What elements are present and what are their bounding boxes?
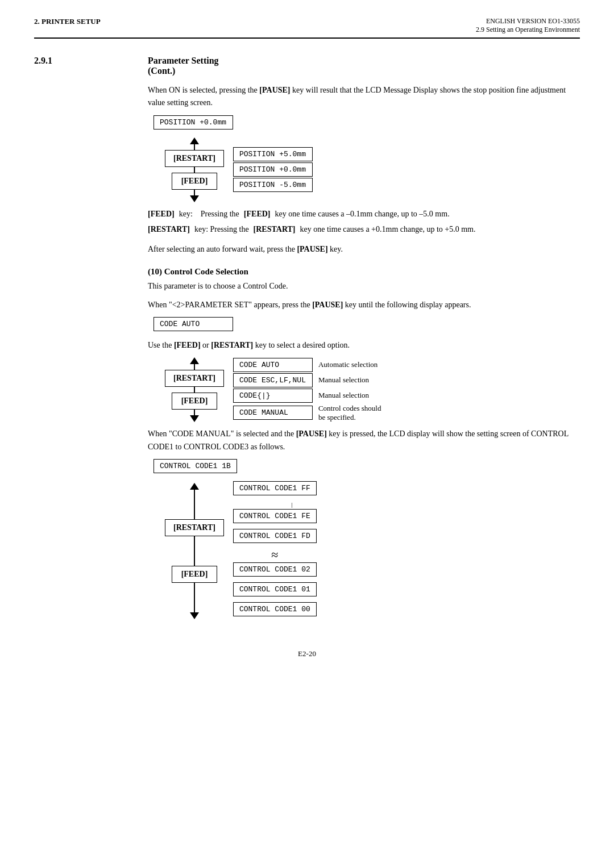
- cc1-left-controls: [RESTART] [FEED]: [165, 483, 224, 619]
- page-header: 2. PRINTER SETUP ENGLISH VERSION EO1-330…: [34, 17, 580, 39]
- feed-button-pos[interactable]: [FEED]: [172, 173, 217, 190]
- vert-line-bot: [194, 190, 195, 195]
- code-option-3: CODE MANUAL: [233, 406, 313, 420]
- code-option-row-1: CODE ESC,LF,NUL Manual selection: [233, 373, 381, 387]
- position-options: POSITION +5.0mm POSITION +0.0mm POSITION…: [233, 147, 313, 192]
- code-auto-display: CODE AUTO: [154, 317, 233, 331]
- cc1-options-col: CONTROL CODE1 FF | CONTROL CODE1 FE CONT…: [233, 481, 317, 621]
- section-heading-col: Parameter Setting (Cont.): [148, 56, 580, 76]
- header-section-title: 2. PRINTER SETUP: [34, 17, 101, 26]
- restart-button-code[interactable]: [RESTART]: [165, 370, 224, 387]
- cc1-arrow-down-icon: [190, 612, 199, 619]
- code-vert-line-top: [194, 364, 195, 370]
- cc1-option-top-0: CONTROL CODE1 FF: [233, 481, 317, 495]
- header-version: ENGLISH VERSION EO1-33055: [476, 17, 580, 26]
- header-right: ENGLISH VERSION EO1-33055 2.9 Setting an…: [476, 17, 580, 34]
- feed-button-cc1[interactable]: [FEED]: [172, 566, 217, 583]
- after-text: After selecting an auto forward wait, pr…: [148, 243, 580, 256]
- vert-line-top: [194, 144, 195, 150]
- cc1-option-bot-1: CONTROL CODE1 01: [233, 582, 317, 596]
- pos-option-0: POSITION +5.0mm: [233, 147, 313, 161]
- cc1-vert-line-top: [194, 490, 195, 519]
- cc1-option-top-1: CONTROL CODE1 FE: [233, 509, 317, 523]
- code-selection-diagram: [RESTART] [FEED] CODE AUTO Automatic sel…: [165, 357, 580, 422]
- feed-key-desc: [FEED] key: Pressing the [FEED] key one …: [148, 208, 580, 220]
- control-code1-display-area: CONTROL CODE1 1B: [154, 459, 580, 473]
- control-code1-display: CONTROL CODE1 1B: [154, 459, 237, 473]
- code-arrow-up-icon: [190, 357, 199, 364]
- page-number: E2-20: [298, 649, 316, 658]
- code-left-controls: [RESTART] [FEED]: [165, 357, 224, 422]
- code-vert-line-bot: [194, 410, 195, 415]
- page: 2. PRINTER SETUP ENGLISH VERSION EO1-330…: [0, 0, 614, 692]
- code-option-desc-2: Manual selection: [318, 391, 369, 400]
- page-footer: E2-20: [34, 649, 580, 658]
- control-code-para1: This parameter is to choose a Control Co…: [148, 280, 580, 293]
- restart-button-cc1[interactable]: [RESTART]: [165, 519, 224, 536]
- code-option-2: CODE{|}: [233, 389, 313, 403]
- manual-text: When "CODE MANUAL" is selected and the […: [148, 428, 580, 453]
- code-option-desc-0: Automatic selection: [318, 360, 377, 369]
- code-options-col: CODE AUTO Automatic selection CODE ESC,L…: [233, 358, 381, 422]
- cc1-vert-line-mid: [194, 536, 195, 566]
- arrow-down-icon: [190, 195, 199, 202]
- code-vert-line-mid: [194, 387, 195, 393]
- cc1-option-bot-2: CONTROL CODE1 00: [233, 602, 317, 616]
- feed-button-code[interactable]: [FEED]: [172, 393, 217, 410]
- position-initial-display: POSITION +0.0mm: [154, 115, 233, 130]
- pos-option-1: POSITION +0.0mm: [233, 162, 313, 177]
- code-option-row-0: CODE AUTO Automatic selection: [233, 358, 381, 372]
- cc1-vert-arrow-top: |: [267, 501, 317, 508]
- header-subsection: 2.9 Setting an Operating Environment: [476, 26, 580, 34]
- wavy-symbol: ≈: [233, 549, 317, 561]
- section-heading: Parameter Setting (Cont.): [148, 56, 580, 76]
- restart-button-pos[interactable]: [RESTART]: [165, 150, 224, 167]
- left-column: [34, 84, 148, 627]
- cc1-option-top-2: CONTROL CODE1 FD: [233, 529, 317, 543]
- code-option-0: CODE AUTO: [233, 358, 313, 372]
- code-option-row-3: CODE MANUAL Control codes shouldbe speci…: [233, 404, 381, 422]
- code-option-desc-3: Control codes shouldbe specified.: [318, 404, 381, 422]
- code-auto-display-area: CODE AUTO: [154, 317, 580, 331]
- main-content: When ON is selected, pressing the [PAUSE…: [34, 84, 580, 627]
- position-display-area: POSITION +0.0mm: [154, 115, 580, 130]
- right-column: When ON is selected, pressing the [PAUSE…: [148, 84, 580, 627]
- use-text: Use the [FEED] or [RESTART] key to selec…: [148, 339, 580, 352]
- restart-key-desc: [RESTART] key: Pressing the [RESTART] ke…: [148, 223, 580, 235]
- control-code1-diagram: [RESTART] [FEED] CONTROL CODE1 FF | CONT…: [165, 481, 580, 621]
- cc1-option-bot-0: CONTROL CODE1 02: [233, 562, 317, 577]
- position-diagram: [RESTART] [FEED] POSITION +5.0mm POSITIO…: [165, 137, 580, 202]
- code-option-desc-1: Manual selection: [318, 375, 369, 385]
- arrow-up-icon: [190, 137, 199, 144]
- section-title-row: 2.9.1 Parameter Setting (Cont.): [34, 56, 580, 76]
- code-option-row-2: CODE{|} Manual selection: [233, 389, 381, 403]
- cc1-vert-line-bot: [194, 583, 195, 612]
- pos-option-2: POSITION -5.0mm: [233, 178, 313, 192]
- pos-left-controls: [RESTART] [FEED]: [165, 137, 224, 202]
- control-code-para2: When "<2>PARAMETER SET" appears, press t…: [148, 299, 580, 311]
- section-number-col: 2.9.1: [34, 56, 148, 66]
- code-option-1: CODE ESC,LF,NUL: [233, 373, 313, 387]
- code-arrow-down-icon: [190, 415, 199, 422]
- control-code-heading: (10) Control Code Selection: [148, 267, 580, 277]
- vert-line-mid: [194, 167, 195, 173]
- intro-paragraph: When ON is selected, pressing the [PAUSE…: [148, 84, 580, 110]
- cc1-arrow-up-icon: [190, 483, 199, 490]
- section-number: 2.9.1: [34, 56, 52, 65]
